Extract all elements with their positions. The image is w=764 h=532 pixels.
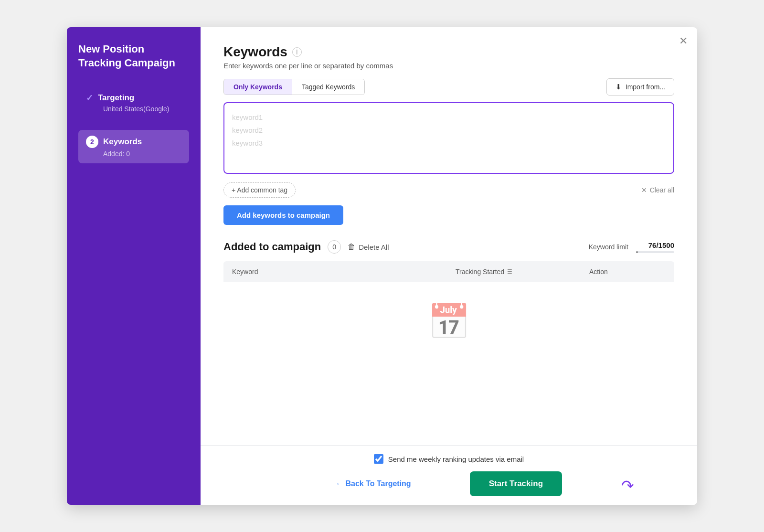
- th-tracking-started[interactable]: Tracking Started ☰: [456, 268, 589, 276]
- sidebar-keywords-label: Keywords: [103, 137, 142, 147]
- add-tag-button[interactable]: + Add common tag: [223, 182, 296, 198]
- info-icon[interactable]: i: [292, 47, 302, 57]
- email-checkbox-label: Send me weekly ranking updates via email: [388, 455, 524, 463]
- close-button[interactable]: ✕: [679, 35, 688, 47]
- download-icon: ⬇: [615, 83, 622, 91]
- tab-only-keywords[interactable]: Only Keywords: [224, 79, 292, 95]
- check-icon: ✓: [86, 93, 93, 103]
- keyword-limit-fill: [636, 251, 638, 253]
- section-subtitle: Enter keywords one per line or separated…: [223, 62, 674, 70]
- content-area: Keywords i Enter keywords one per line o…: [201, 27, 697, 445]
- tag-row: + Add common tag ✕ Clear all: [223, 182, 674, 198]
- delete-all-button[interactable]: 🗑 Delete All: [348, 243, 389, 251]
- keyword-limit-label: Keyword limit: [589, 243, 628, 251]
- table-header: Keyword Tracking Started ☰ Action: [223, 261, 674, 282]
- sidebar-item-targeting[interactable]: ✓ Targeting United States(Google): [78, 87, 189, 118]
- campaign-section-title: Added to campaign: [223, 241, 321, 253]
- import-button[interactable]: ⬇ Import from...: [606, 78, 674, 96]
- step-number: 2: [86, 136, 98, 148]
- filter-icon: ☰: [507, 268, 512, 275]
- empty-state: 📅: [223, 282, 674, 351]
- campaign-count-badge: 0: [328, 240, 341, 254]
- footer-actions: ← Back To Targeting ↷ Start Tracking: [223, 471, 674, 496]
- sidebar-item-keywords[interactable]: 2 Keywords Added: 0: [78, 130, 189, 163]
- clear-all-button[interactable]: ✕ Clear all: [641, 186, 674, 194]
- start-tracking-button[interactable]: Start Tracking: [470, 471, 562, 496]
- sidebar-title: New Position Tracking Campaign: [78, 43, 189, 70]
- modal-wrapper: New Position Tracking Campaign ✓ Targeti…: [67, 27, 697, 505]
- keyword-limit-bar: [636, 251, 674, 253]
- th-keyword: Keyword: [232, 268, 456, 276]
- empty-icon: 📅: [427, 301, 470, 342]
- keyword-tabs-row: Only Keywords Tagged Keywords ⬇ Import f…: [223, 78, 674, 96]
- email-checkbox-row: Send me weekly ranking updates via email: [374, 454, 524, 464]
- th-action: Action: [589, 268, 666, 276]
- section-title: Keywords i: [223, 44, 674, 60]
- arrow-decoration: ↷: [621, 477, 634, 495]
- main-content: ✕ Keywords i Enter keywords one per line…: [201, 27, 697, 505]
- email-checkbox[interactable]: [374, 454, 383, 464]
- tab-tagged-keywords[interactable]: Tagged Keywords: [292, 79, 364, 95]
- trash-icon: 🗑: [348, 243, 355, 251]
- keyword-limit-value: 76/1500: [648, 241, 674, 249]
- tab-group: Only Keywords Tagged Keywords: [223, 79, 365, 95]
- keywords-textarea[interactable]: [223, 102, 674, 174]
- footer: Send me weekly ranking updates via email…: [201, 445, 697, 505]
- add-keywords-button[interactable]: Add keywords to campaign: [223, 205, 343, 225]
- sidebar-targeting-label: Targeting: [98, 93, 134, 103]
- back-to-targeting-button[interactable]: ← Back To Targeting: [336, 479, 411, 488]
- sidebar: New Position Tracking Campaign ✓ Targeti…: [67, 27, 201, 505]
- x-icon: ✕: [641, 186, 647, 194]
- campaign-header: Added to campaign 0 🗑 Delete All Keyword…: [223, 240, 674, 254]
- sidebar-targeting-sub: United States(Google): [86, 105, 181, 113]
- sidebar-keywords-sub: Added: 0: [86, 150, 181, 158]
